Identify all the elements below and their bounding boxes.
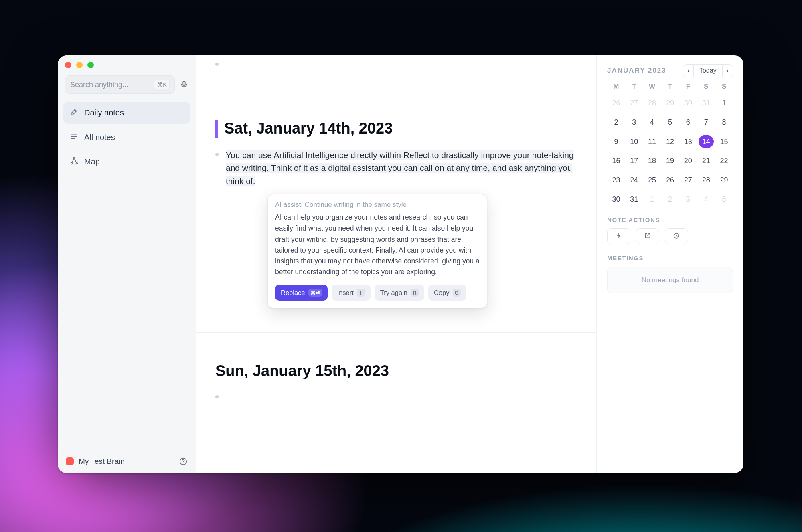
notes-scroll[interactable]: Sat, January 14th, 2023 You can use Arti… xyxy=(196,55,597,473)
note-text[interactable]: You can use Artificial Intelligence dire… xyxy=(226,149,577,188)
minimize-window-dot[interactable] xyxy=(76,62,83,68)
calendar-day[interactable]: 2 xyxy=(608,115,624,129)
calendar-day[interactable]: 29 xyxy=(662,96,678,110)
ai-assist-body: AI can help you organize your notes and … xyxy=(275,212,480,277)
open-external-button[interactable] xyxy=(636,228,659,244)
app-window: Search anything... ⌘K Daily notes All no… xyxy=(58,55,743,473)
clock-icon xyxy=(673,232,680,241)
calendar-day[interactable]: 3 xyxy=(680,192,696,206)
calendar-day[interactable]: 28 xyxy=(699,173,714,187)
calendar-day[interactable]: 2 xyxy=(662,192,678,206)
insert-button[interactable]: Insert I xyxy=(332,285,371,301)
calendar-day[interactable]: 31 xyxy=(626,192,642,206)
calendar-day[interactable]: 5 xyxy=(662,115,678,129)
calendar-dow: T xyxy=(625,83,643,91)
calendar-day[interactable]: 21 xyxy=(699,154,714,168)
note-bullet-empty[interactable] xyxy=(215,391,577,398)
calendar-day[interactable]: 30 xyxy=(680,96,696,110)
calendar-day[interactable]: 6 xyxy=(680,115,696,129)
calendar-today-button[interactable]: Today xyxy=(693,65,723,77)
sidebar-item-daily-notes[interactable]: Daily notes xyxy=(63,102,190,124)
workspace-switcher[interactable]: My Test Brain xyxy=(66,457,125,466)
workspace-color-icon xyxy=(66,457,74,465)
button-label: Copy xyxy=(434,289,450,297)
day-block-next: Sun, January 15th, 2023 xyxy=(196,333,596,423)
calendar-day[interactable]: 24 xyxy=(626,173,642,187)
calendar-day[interactable]: 13 xyxy=(680,135,696,148)
replace-button[interactable]: Replace ⌘⏎ xyxy=(275,285,328,301)
copy-button[interactable]: Copy C xyxy=(428,285,466,301)
calendar-day[interactable]: 31 xyxy=(699,96,714,110)
svg-point-3 xyxy=(76,163,78,164)
pencil-square-icon xyxy=(70,107,79,118)
pin-note-button[interactable] xyxy=(607,228,630,244)
search-placeholder: Search anything... xyxy=(70,81,128,89)
main-area: Sat, January 14th, 2023 You can use Arti… xyxy=(196,55,743,473)
shortcut-chip: C xyxy=(453,289,461,297)
calendar-day[interactable]: 17 xyxy=(626,154,642,168)
highlighted-text: You can use Artificial Intelligence dire… xyxy=(226,150,574,186)
day-title: Sat, January 14th, 2023 xyxy=(215,120,577,138)
window-controls xyxy=(58,55,196,71)
calendar-day[interactable]: 11 xyxy=(644,135,660,148)
graph-icon xyxy=(70,156,79,167)
svg-rect-0 xyxy=(183,81,185,86)
search-input[interactable]: Search anything... ⌘K xyxy=(65,75,175,94)
sidebar-item-label: Map xyxy=(84,157,100,166)
calendar-day[interactable]: 12 xyxy=(662,135,678,148)
calendar-day[interactable]: 16 xyxy=(608,154,624,168)
chevron-left-icon: ‹ xyxy=(687,67,689,74)
calendar-day[interactable]: 19 xyxy=(662,154,678,168)
calendar-day[interactable]: 5 xyxy=(717,192,732,206)
help-icon[interactable] xyxy=(179,457,188,466)
microphone-icon[interactable] xyxy=(180,80,188,89)
calendar-day[interactable]: 7 xyxy=(699,115,714,129)
button-label: Replace xyxy=(281,289,305,297)
calendar-day[interactable]: 27 xyxy=(680,173,696,187)
note-actions-row xyxy=(607,228,733,244)
calendar-day[interactable]: 25 xyxy=(644,173,660,187)
history-button[interactable] xyxy=(665,228,688,244)
try-again-button[interactable]: Try again R xyxy=(375,285,424,301)
chevron-right-icon: › xyxy=(727,67,729,74)
calendar-day[interactable]: 27 xyxy=(626,96,642,110)
calendar-day[interactable]: 30 xyxy=(608,192,624,206)
sidebar-item-all-notes[interactable]: All notes xyxy=(63,126,190,148)
calendar-day[interactable]: 10 xyxy=(626,135,642,148)
button-label: Try again xyxy=(380,289,407,297)
calendar-day[interactable]: 3 xyxy=(626,115,642,129)
calendar-day[interactable]: 4 xyxy=(644,115,660,129)
sidebar-item-map[interactable]: Map xyxy=(63,151,190,173)
sidebar-nav: Daily notes All notes Map xyxy=(58,99,196,175)
maximize-window-dot[interactable] xyxy=(87,62,94,68)
calendar-day[interactable]: 18 xyxy=(644,154,660,168)
calendar-day[interactable]: 1 xyxy=(717,96,732,110)
calendar-day[interactable]: 15 xyxy=(717,135,732,148)
calendar-day[interactable]: 26 xyxy=(662,173,678,187)
calendar-day[interactable]: 4 xyxy=(699,192,714,206)
calendar-day[interactable]: 26 xyxy=(608,96,624,110)
calendar-day[interactable]: 8 xyxy=(717,115,732,129)
right-panel: JANUARY 2023 ‹ Today › MTWTFSS2627282930… xyxy=(597,55,743,473)
calendar-prev-button[interactable]: ‹ xyxy=(683,65,693,77)
meetings-empty-card: No meetings found xyxy=(607,267,733,293)
calendar-day[interactable]: 28 xyxy=(644,96,660,110)
calendar-next-button[interactable]: › xyxy=(723,65,733,77)
note-actions-title: NOTE ACTIONS xyxy=(607,216,733,223)
calendar-day[interactable]: 22 xyxy=(717,154,732,168)
ai-assist-card: AI assist: Continue writing in the same … xyxy=(267,194,487,308)
calendar-dow: W xyxy=(643,83,661,91)
calendar-day[interactable]: 23 xyxy=(608,173,624,187)
search-row: Search anything... ⌘K xyxy=(58,71,196,99)
calendar-day[interactable]: 9 xyxy=(608,135,624,148)
list-icon xyxy=(70,132,79,143)
note-bullet-empty[interactable] xyxy=(215,59,577,66)
calendar-day[interactable]: 1 xyxy=(644,192,660,206)
calendar-day[interactable]: 14 xyxy=(699,135,714,148)
note-bullet[interactable]: You can use Artificial Intelligence dire… xyxy=(215,149,577,188)
close-window-dot[interactable] xyxy=(65,62,71,68)
meetings-empty-text: No meetings found xyxy=(642,276,699,284)
calendar-day[interactable]: 20 xyxy=(680,154,696,168)
calendar-day[interactable]: 29 xyxy=(717,173,732,187)
sidebar-item-label: All notes xyxy=(84,133,115,142)
